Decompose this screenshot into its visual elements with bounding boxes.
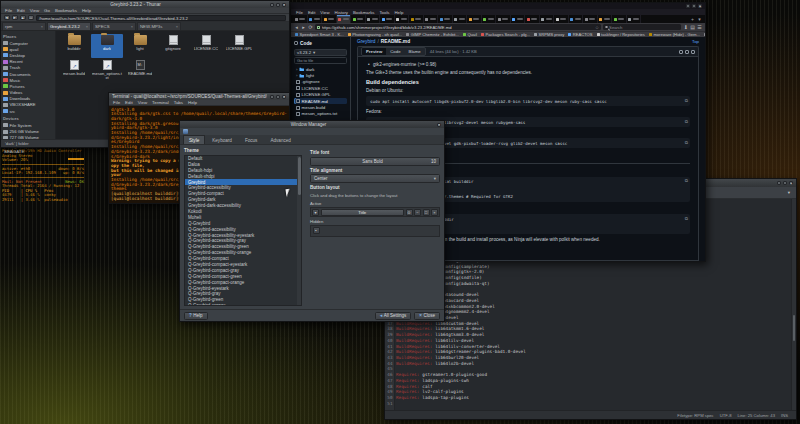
menu-item[interactable]: Bookmarks <box>353 10 375 15</box>
forward-icon[interactable] <box>12 15 18 20</box>
close-button-icon[interactable]: × <box>431 209 438 216</box>
editor-scrollbar[interactable] <box>791 199 796 410</box>
hamburger-menu-icon[interactable]: ☰ <box>697 24 702 30</box>
close-icon[interactable] <box>698 4 702 8</box>
minimize-icon[interactable] <box>270 3 274 7</box>
menu-item[interactable]: History <box>335 10 348 15</box>
font-button[interactable]: Sans Bold 10 <box>310 157 440 166</box>
settings-tab[interactable]: Advanced <box>264 135 296 144</box>
file-item[interactable]: builddir <box>58 34 90 58</box>
close-icon[interactable] <box>789 181 793 185</box>
file-tree-item[interactable]: LICENSE.CC <box>294 85 347 91</box>
menu-item[interactable]: Edit <box>125 100 133 105</box>
file-item[interactable]: README.md <box>124 59 156 83</box>
search-input[interactable]: Search <box>603 24 681 30</box>
browser-tab[interactable] <box>525 15 540 23</box>
settings-tab[interactable]: Keyboard <box>206 135 238 144</box>
raw-icon[interactable] <box>679 50 683 54</box>
maximize-icon[interactable] <box>276 3 280 7</box>
breadcrumb-repo-link[interactable]: Greybird <box>357 39 375 44</box>
new-tab-icon[interactable]: + <box>689 15 696 23</box>
back-icon[interactable]: ◂ <box>294 24 299 30</box>
go-to-file-input[interactable]: Go to file <box>294 57 347 64</box>
menu-item[interactable]: Bookmarks <box>55 8 77 13</box>
thunar-titlebar[interactable]: Greybird-3.23.2 - Thunar <box>1 1 289 8</box>
shade-button-icon[interactable]: ▪ <box>313 227 320 234</box>
browser-tab[interactable] <box>395 15 410 23</box>
browser-tab[interactable] <box>612 15 627 23</box>
file-item[interactable]: dark <box>91 34 123 58</box>
dialog-titlebar[interactable]: Window Manager <box>180 121 444 128</box>
menu-item[interactable]: View <box>30 8 39 13</box>
minimize-icon[interactable] <box>686 4 690 8</box>
branch-selector[interactable]: v3.23.2▾ <box>294 49 347 56</box>
folder-tab[interactable]: rpm <box>2 22 46 30</box>
browser-tab[interactable] <box>438 15 453 23</box>
browser-tab[interactable] <box>337 15 352 23</box>
view-tab[interactable]: Blame <box>405 48 425 55</box>
close-icon[interactable] <box>437 123 441 127</box>
browser-tab[interactable] <box>409 15 424 23</box>
folder-tab[interactable]: SPECS <box>92 22 136 30</box>
browser-tab[interactable] <box>453 15 468 23</box>
browser-tab[interactable] <box>351 15 366 23</box>
desktop-icon-seagate[interactable]: SEAGATE <box>4 149 24 154</box>
view-tab[interactable]: Code <box>386 48 404 55</box>
bookmark-star-icon[interactable]: ☆ <box>595 25 599 30</box>
browser-tab[interactable] <box>366 15 381 23</box>
browser-tab[interactable] <box>467 15 482 23</box>
menu-item[interactable]: Help <box>188 100 197 105</box>
menu-item[interactable]: Help <box>395 10 404 15</box>
tab-list-icon[interactable]: ▾ <box>696 15 703 23</box>
theme-list[interactable]: DefaultDaloaDefault-hdpiDefault-xhdpiGre… <box>184 155 302 307</box>
file-item[interactable]: meson.build <box>58 59 90 83</box>
browser-tab[interactable] <box>496 15 511 23</box>
menu-item[interactable]: Edit <box>17 8 25 13</box>
browser-tab[interactable] <box>554 15 569 23</box>
file-tree-item[interactable]: meson_options.txt <box>294 111 347 117</box>
close-icon[interactable] <box>282 95 286 99</box>
back-icon[interactable] <box>4 15 10 20</box>
home-icon[interactable] <box>28 15 34 20</box>
path-bar[interactable]: /home/quail/src/rpm/SOURCES/Quail-Themes… <box>36 15 286 21</box>
up-icon[interactable] <box>20 15 26 20</box>
reload-icon[interactable]: ⟳ <box>308 24 313 30</box>
file-tree-item[interactable]: light <box>294 72 347 78</box>
minimize-button-icon[interactable]: − <box>414 209 421 216</box>
list-scrollbar[interactable] <box>297 156 301 306</box>
all-settings-button[interactable]: ◂All Settings <box>375 312 411 320</box>
browser-tab[interactable] <box>308 15 323 23</box>
browser-tab[interactable] <box>424 15 439 23</box>
menu-item[interactable]: Tabs <box>174 100 183 105</box>
help-button[interactable]: ?Help <box>184 312 208 320</box>
close-button[interactable]: ×Close <box>414 312 440 320</box>
file-item[interactable]: meson_options.txt <box>91 59 123 83</box>
menu-item[interactable]: Terminal <box>152 100 169 105</box>
edit-icon[interactable] <box>691 50 695 54</box>
menu-item[interactable]: File <box>113 100 120 105</box>
alignment-select[interactable]: Center ▾ <box>310 174 440 183</box>
maximize-icon[interactable] <box>692 4 696 8</box>
downloads-icon[interactable]: ⬇ <box>683 24 688 30</box>
browser-tab[interactable] <box>540 15 555 23</box>
terminal-titlebar[interactable]: Terminal - quail@localhost:~/src/rpm/SOU… <box>109 93 289 100</box>
browser-tab[interactable] <box>569 15 584 23</box>
browser-tab[interactable] <box>627 15 642 23</box>
menu-item[interactable]: Tools <box>379 10 389 15</box>
menu-item[interactable]: Go <box>44 8 50 13</box>
file-item[interactable]: LICENSE.GPL <box>223 34 255 58</box>
browser-tab[interactable] <box>293 15 308 23</box>
stick-button-icon[interactable]: ⊙ <box>406 209 413 216</box>
file-item[interactable]: LICENSE.CC <box>190 34 222 58</box>
browser-tab[interactable] <box>583 15 598 23</box>
menu-item[interactable]: Edit <box>308 10 315 15</box>
browser-tab[interactable] <box>380 15 395 23</box>
file-item[interactable]: gitignore <box>157 34 189 58</box>
menu-item[interactable]: File <box>296 10 303 15</box>
top-link[interactable]: Top <box>692 39 699 44</box>
file-tree-item[interactable]: LICENSE.GPL <box>294 92 347 98</box>
maximize-icon[interactable] <box>276 95 280 99</box>
url-text[interactable]: https://github.com/shimmerproject/Greybi… <box>322 25 594 30</box>
file-tree-item[interactable]: meson.build <box>294 104 347 110</box>
close-icon[interactable] <box>282 3 286 7</box>
